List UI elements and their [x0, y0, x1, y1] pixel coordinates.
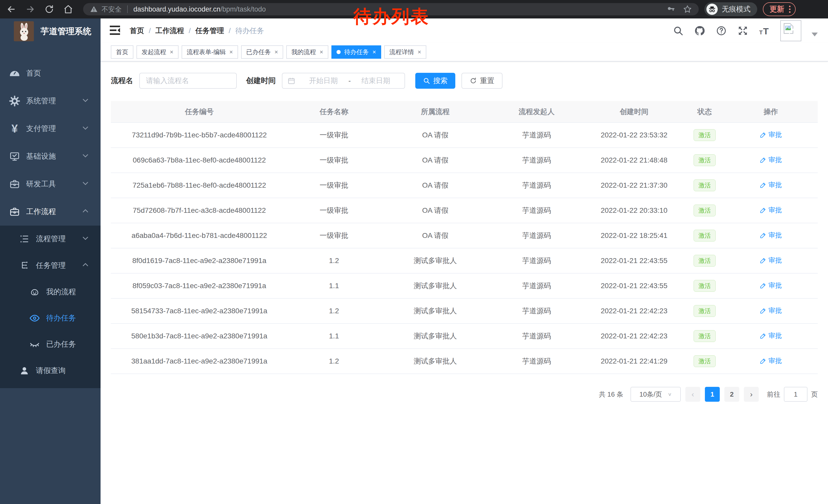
- action-cell: 审批: [724, 273, 818, 299]
- github-icon[interactable]: [694, 25, 705, 36]
- breadcrumb: 首页 / 工作流程 / 任务管理 / 待办任务: [130, 26, 264, 36]
- approve-link[interactable]: 审批: [760, 155, 782, 164]
- tab-start-process[interactable]: 发起流程×: [136, 45, 178, 59]
- close-icon[interactable]: ×: [372, 48, 376, 56]
- warning-icon: [90, 5, 98, 13]
- approve-link[interactable]: 审批: [760, 281, 782, 290]
- tab-my-process[interactable]: 我的流程×: [286, 45, 328, 59]
- end-date-placeholder[interactable]: 结束日期: [353, 76, 399, 86]
- back-icon[interactable]: [4, 2, 19, 17]
- app-logo-row[interactable]: 芋道管理系统: [0, 18, 100, 44]
- sidebar-item-leave-query[interactable]: 请假查询: [0, 357, 100, 384]
- tab-home[interactable]: 首页: [111, 45, 133, 59]
- tab-form-edit[interactable]: 流程表单-编辑×: [181, 45, 238, 59]
- status-badge: 激活: [694, 230, 716, 242]
- svg-text:T: T: [759, 29, 763, 36]
- help-icon[interactable]: [716, 25, 727, 36]
- sidebar-item-payment[interactable]: ¥ 支付管理: [0, 115, 100, 142]
- chevron-down-icon: ∨: [668, 392, 672, 397]
- next-page-button[interactable]: ›: [744, 387, 759, 402]
- col-task-id: 任务编号: [111, 101, 288, 123]
- tab-todo-tasks[interactable]: 待办任务×: [331, 45, 381, 59]
- approve-link[interactable]: 审批: [760, 231, 782, 240]
- sidebar-item-workflow[interactable]: 工作流程: [0, 198, 100, 226]
- breadcrumb-item[interactable]: 首页: [130, 26, 144, 36]
- avatar[interactable]: [780, 20, 801, 41]
- sidebar-item-devtools[interactable]: 研发工具: [0, 170, 100, 198]
- tab-label: 我的流程: [291, 48, 316, 56]
- create-time-cell: 2022-01-21 22:43:55: [583, 248, 686, 273]
- col-initiator: 流程发起人: [490, 101, 583, 123]
- breadcrumb-item[interactable]: 任务管理: [196, 26, 224, 36]
- reset-button[interactable]: 重置: [461, 73, 502, 89]
- avatar-caret-icon[interactable]: [812, 33, 818, 36]
- approve-link[interactable]: 审批: [760, 130, 782, 139]
- sidebar-item-task-mgmt[interactable]: 任务管理: [0, 252, 100, 279]
- approve-label: 审批: [769, 356, 782, 365]
- search-icon[interactable]: [672, 25, 684, 36]
- start-date-placeholder[interactable]: 开始日期: [300, 76, 347, 86]
- edit-pen-icon: [760, 232, 767, 239]
- approve-link[interactable]: 审批: [760, 205, 782, 215]
- task-id-cell: 75d72608-7b7f-11ec-a3c8-acde48001122: [111, 198, 288, 223]
- tab-done-tasks[interactable]: 已办任务×: [241, 45, 283, 59]
- forward-icon[interactable]: [23, 2, 38, 17]
- approve-label: 审批: [769, 281, 782, 290]
- sidebar-item-todo-tasks[interactable]: 待办任务: [0, 305, 100, 331]
- approve-link[interactable]: 审批: [760, 306, 782, 315]
- prev-page-button[interactable]: ‹: [686, 387, 700, 402]
- sidebar-item-done-tasks[interactable]: 已办任务: [0, 331, 100, 357]
- search-button[interactable]: 搜索: [415, 73, 455, 89]
- briefcase-icon: [9, 206, 20, 218]
- tab-label: 流程表单-编辑: [187, 48, 226, 56]
- update-button[interactable]: 更新: [763, 2, 796, 16]
- approve-link[interactable]: 审批: [760, 331, 782, 340]
- sidebar-item-label: 流程管理: [36, 234, 66, 244]
- approve-link[interactable]: 审批: [760, 180, 782, 189]
- face-icon: [29, 286, 41, 298]
- yen-icon: ¥: [9, 123, 20, 135]
- close-icon[interactable]: ×: [275, 48, 278, 56]
- sidebar-item-home[interactable]: 首页: [0, 59, 100, 87]
- approve-link[interactable]: 审批: [760, 256, 782, 265]
- action-cell: 审批: [724, 198, 818, 223]
- sidebar-item-label: 首页: [26, 68, 41, 79]
- home-icon[interactable]: [60, 2, 76, 17]
- close-icon[interactable]: ×: [418, 48, 421, 56]
- action-cell: 审批: [724, 349, 818, 374]
- initiator-cell: 芋道源码: [490, 324, 583, 349]
- bookmark-star-icon[interactable]: [683, 5, 692, 14]
- page-size-select[interactable]: 10条/页 ∨: [630, 387, 681, 402]
- chevron-down-icon: [82, 96, 89, 106]
- fullscreen-icon[interactable]: [737, 25, 748, 36]
- tab-process-detail[interactable]: 流程详情×: [384, 45, 426, 59]
- col-task-name: 任务名称: [288, 101, 380, 123]
- goto-page-input[interactable]: [784, 387, 808, 402]
- font-size-icon[interactable]: TT: [759, 25, 770, 36]
- sidebar-item-process-mgmt[interactable]: 流程管理: [0, 226, 100, 252]
- status-badge: 激活: [694, 179, 716, 191]
- sidebar-item-label: 研发工具: [26, 179, 56, 189]
- breadcrumb-item[interactable]: 工作流程: [156, 26, 184, 36]
- col-create-time: 创建时间: [583, 101, 686, 123]
- task-id-cell: 73211d9d-7b9b-11ec-b5b7-acde48001122: [111, 123, 288, 148]
- close-icon[interactable]: ×: [170, 48, 173, 56]
- approve-link[interactable]: 审批: [760, 356, 782, 365]
- calendar-icon: [288, 77, 295, 85]
- collapse-sidebar-icon[interactable]: [109, 25, 121, 37]
- status-cell: 激活: [686, 299, 724, 324]
- search-icon: [423, 77, 430, 84]
- page-button-1[interactable]: 1: [705, 387, 720, 402]
- sidebar-item-system[interactable]: 系统管理: [0, 87, 100, 115]
- browser-menu-icon[interactable]: [789, 6, 791, 13]
- close-icon[interactable]: ×: [229, 48, 233, 56]
- reload-icon[interactable]: [42, 2, 57, 17]
- sidebar-item-my-process[interactable]: 我的流程: [0, 279, 100, 305]
- date-range-picker[interactable]: 开始日期 - 结束日期: [282, 73, 405, 89]
- close-icon[interactable]: ×: [320, 48, 323, 56]
- security-label[interactable]: 不安全: [101, 5, 122, 14]
- page-button-2[interactable]: 2: [724, 387, 739, 402]
- sidebar-item-infra[interactable]: 基础设施: [0, 142, 100, 170]
- key-icon[interactable]: [666, 5, 675, 13]
- process-name-input[interactable]: [139, 73, 237, 89]
